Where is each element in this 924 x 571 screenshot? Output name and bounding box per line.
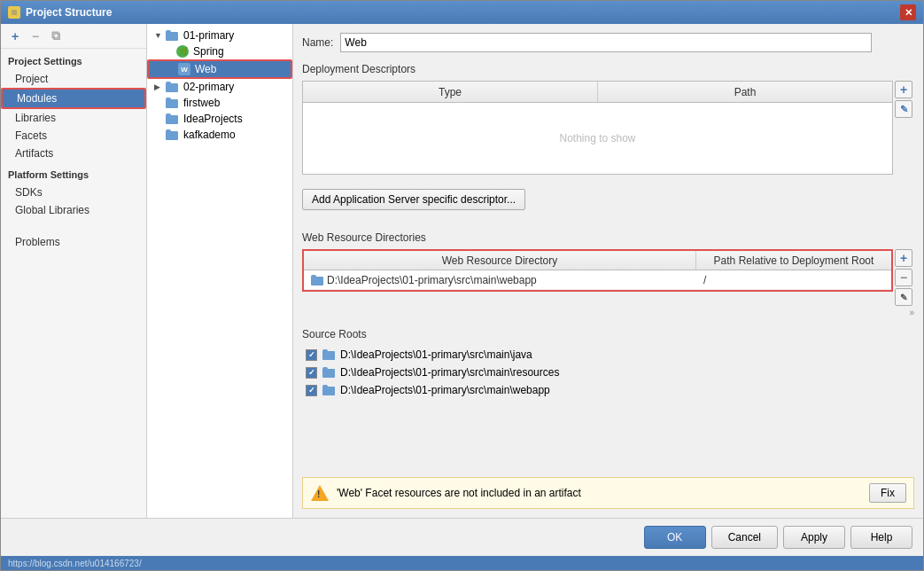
tree-item-01-primary[interactable]: ▼ 01-primary: [147, 27, 292, 43]
sidebar-item-libraries[interactable]: Libraries: [1, 109, 146, 127]
tree-label-kafkademo: kafkademo: [183, 129, 236, 141]
cancel-button[interactable]: Cancel: [711, 526, 778, 549]
folder-icon-01-primary: [166, 30, 178, 41]
sidebar-item-global-libraries[interactable]: Global Libraries: [1, 201, 146, 219]
folder-icon-firstweb: [166, 98, 178, 108]
sidebar-item-label-facets: Facets: [15, 129, 47, 142]
sidebar-item-label-libraries: Libraries: [15, 112, 56, 124]
source-folder-icon-webapp: [322, 385, 335, 395]
web-resource-header: Web Resource Directory Path Relative to …: [304, 251, 891, 270]
help-button[interactable]: Help: [850, 526, 912, 549]
source-root-resources-path: D:\IdeaProjects\01-primary\src\main\reso…: [340, 366, 559, 379]
tree-label-01-primary: 01-primary: [183, 29, 234, 42]
tree-item-ideaprojects[interactable]: ▶ IdeaProjects: [147, 111, 292, 127]
folder-icon-ideaprojects: [166, 113, 178, 124]
sidebar-item-label-modules: Modules: [17, 92, 57, 105]
app-icon: [8, 6, 20, 19]
status-bar: https://blog.csdn.net/u014166723/: [1, 556, 923, 570]
platform-settings-label: Platform Settings: [1, 162, 146, 184]
web-resource-row[interactable]: D:\IdeaProjects\01-primary\src\main\weba…: [304, 270, 891, 290]
deployment-descriptors-label: Deployment Descriptors: [302, 63, 914, 75]
add-server-label: Add Application Server specific descript…: [312, 193, 516, 206]
sidebar-item-label-project: Project: [15, 73, 48, 85]
tree-item-kafkademo[interactable]: ▶ kafkademo: [147, 127, 292, 143]
deployment-table-header: Type Path: [303, 82, 892, 103]
name-label: Name:: [302, 36, 333, 49]
bottom-bar: OK Cancel Apply Help: [1, 518, 923, 556]
sidebar-item-modules[interactable]: Modules: [1, 88, 146, 109]
ok-button[interactable]: OK: [644, 526, 706, 549]
warning-bar: 'Web' Facet resources are not included i…: [302, 477, 914, 509]
main-panel: Name: Deployment Descriptors Type Path: [293, 24, 923, 518]
path-relative-column-header: Path Relative to Deployment Root: [696, 251, 891, 270]
tree-item-02-primary[interactable]: ▶ 02-primary: [147, 79, 292, 95]
add-module-button[interactable]: +: [6, 27, 24, 45]
tree-label-ideaprojects: IdeaProjects: [183, 113, 243, 125]
source-root-java-path: D:\IdeaProjects\01-primary\src\main\java: [340, 348, 532, 361]
source-root-resources[interactable]: D:\IdeaProjects\01-primary\src\main\reso…: [302, 364, 914, 381]
close-button[interactable]: ✕: [900, 4, 916, 20]
name-field-row: Name:: [302, 33, 914, 52]
sidebar-item-problems[interactable]: Problems: [1, 233, 146, 251]
web-dir-column-header: Web Resource Directory: [304, 251, 696, 270]
sidebar-item-sdks[interactable]: SDKs: [1, 184, 146, 201]
apply-button[interactable]: Apply: [783, 526, 845, 549]
expand-arrow-01-primary: ▼: [154, 31, 163, 40]
tree-item-web[interactable]: ▶ W Web: [147, 59, 292, 79]
source-root-webapp-path: D:\IdeaProjects\01-primary\src\main\weba…: [340, 384, 550, 396]
source-root-webapp-checkbox[interactable]: [306, 385, 317, 396]
web-resource-section: Web Resource Directories Web Resource Di…: [302, 231, 914, 317]
source-root-webapp[interactable]: D:\IdeaProjects\01-primary\src\main\weba…: [302, 381, 914, 399]
source-roots-section: Source Roots D:\IdeaProjects\01-primary\…: [302, 328, 914, 399]
name-input[interactable]: [340, 33, 872, 52]
source-root-resources-checkbox[interactable]: [306, 367, 317, 379]
tree-label-firstweb: firstweb: [183, 97, 220, 109]
source-root-java[interactable]: D:\IdeaProjects\01-primary\src\main\java: [302, 346, 914, 364]
sidebar-item-facets[interactable]: Facets: [1, 127, 146, 145]
tree-label-spring: Spring: [193, 45, 224, 58]
add-descriptor-button[interactable]: +: [895, 81, 912, 98]
sidebar: + − ⧉ Project Settings Project Modules L…: [1, 24, 147, 518]
source-folder-icon-java: [322, 349, 335, 360]
tree-item-firstweb[interactable]: ▶ firstweb: [147, 95, 292, 111]
warning-icon: [310, 484, 330, 502]
web-resource-label: Web Resource Directories: [302, 231, 914, 244]
sidebar-item-label-sdks: SDKs: [15, 186, 43, 199]
warning-triangle: [311, 485, 329, 501]
deployment-table-body: Nothing to show: [303, 103, 892, 174]
project-settings-label: Project Settings: [1, 49, 146, 70]
warning-text: 'Web' Facet resources are not included i…: [337, 487, 581, 499]
source-folder-icon: [311, 275, 323, 286]
remove-web-resource-button[interactable]: −: [895, 269, 912, 286]
project-structure-window: Project Structure ✕ + − ⧉ Project Settin…: [0, 0, 924, 571]
spring-icon: 🌿: [176, 45, 189, 58]
scroll-more-indicator[interactable]: »: [909, 308, 914, 317]
tree-item-spring[interactable]: ▶ 🌿 Spring: [147, 43, 292, 59]
edit-descriptor-button[interactable]: ✎: [895, 100, 912, 118]
status-url: https://blog.csdn.net/u014166723/: [8, 559, 142, 568]
sidebar-item-artifacts[interactable]: Artifacts: [1, 145, 146, 162]
add-server-button[interactable]: Add Application Server specific descript…: [302, 189, 525, 210]
sidebar-toolbar: + − ⧉: [1, 24, 146, 49]
module-tree-panel: ▼ 01-primary ▶ 🌿 Spring ▶ W Web: [147, 24, 293, 518]
source-roots-label: Source Roots: [302, 328, 914, 340]
title-bar: Project Structure ✕: [1, 1, 923, 24]
source-root-java-checkbox[interactable]: [306, 349, 317, 361]
tree-label-web: Web: [195, 63, 216, 75]
copy-module-button[interactable]: ⧉: [47, 27, 65, 45]
web-resource-relative-cell: /: [696, 272, 891, 288]
edit-web-resource-button[interactable]: ✎: [895, 288, 912, 306]
expand-arrow-02-primary: ▶: [154, 82, 163, 91]
web-resource-table: Web Resource Directory Path Relative to …: [302, 249, 893, 306]
sidebar-item-label-problems: Problems: [15, 236, 60, 248]
remove-module-button[interactable]: −: [27, 27, 44, 45]
type-column-header: Type: [303, 82, 598, 102]
sidebar-item-project[interactable]: Project: [1, 70, 146, 88]
web-resource-path: D:\IdeaProjects\01-primary\src\main\weba…: [327, 274, 537, 286]
fix-button[interactable]: Fix: [869, 483, 906, 503]
window-title: Project Structure: [26, 6, 112, 19]
source-folder-icon-resources: [322, 367, 335, 378]
add-web-resource-button[interactable]: +: [895, 249, 912, 267]
sidebar-item-label-artifacts: Artifacts: [15, 147, 53, 160]
web-icon: W: [178, 63, 190, 75]
